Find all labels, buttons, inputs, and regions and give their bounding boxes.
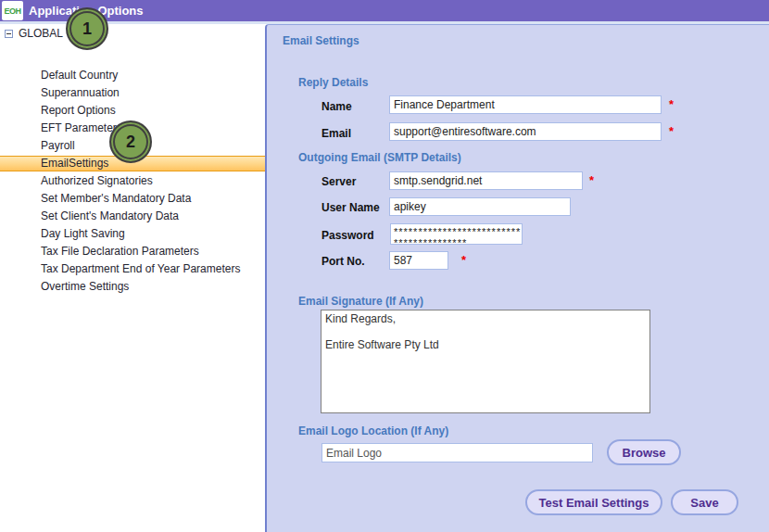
name-label: Name <box>321 100 352 113</box>
sidebar-item-report-options[interactable]: Report Options <box>0 102 265 120</box>
port-required-marker: * <box>461 253 466 267</box>
browse-button[interactable]: Browse <box>607 439 681 465</box>
tree-root-label[interactable]: GLOBAL <box>19 25 63 43</box>
email-logo-input[interactable] <box>321 443 593 462</box>
username-label: User Name <box>321 201 380 214</box>
sidebar-item-member-mandatory-data[interactable]: Set Member's Mandatory Data <box>0 190 265 208</box>
server-required-marker: * <box>589 173 594 187</box>
annotation-callout-2: 2 <box>109 120 152 163</box>
sidebar-item-tax-file-declaration[interactable]: Tax File Declaration Parameters <box>0 243 265 260</box>
sidebar-item-tax-dept-end-of-year[interactable]: Tax Department End of Year Parameters <box>0 260 265 278</box>
logo-location-header: Email Logo Location (If Any) <box>298 424 448 437</box>
port-label: Port No. <box>321 255 365 268</box>
sidebar-item-superannuation[interactable]: Superannuation <box>0 84 265 102</box>
test-email-settings-button[interactable]: Test Email Settings <box>525 489 662 515</box>
title-bar: EOH Application Options <box>0 0 769 21</box>
name-input[interactable] <box>389 95 662 114</box>
password-input[interactable]: ************************** *************… <box>390 223 523 245</box>
collapse-expander-icon[interactable] <box>5 30 13 38</box>
email-settings-panel: Email Settings Reply Details Name * Emai… <box>265 24 769 532</box>
tree-root-row[interactable]: GLOBAL <box>0 25 265 43</box>
sidebar-item-default-country[interactable]: Default Country <box>0 67 265 84</box>
server-label: Server <box>321 175 356 188</box>
port-input[interactable] <box>389 251 448 270</box>
sidebar-item-client-mandatory-data[interactable]: Set Client's Mandatory Data <box>0 208 265 225</box>
server-input[interactable] <box>389 171 583 190</box>
email-input[interactable] <box>389 122 662 141</box>
sidebar-item-day-light-saving[interactable]: Day Light Saving <box>0 225 265 243</box>
options-tree: GLOBAL Default Country Superannuation Re… <box>0 24 265 532</box>
password-masked-line1: ************************** <box>394 226 519 237</box>
panel-title: Email Settings <box>283 34 359 47</box>
email-required-marker: * <box>669 124 674 138</box>
sidebar-item-overtime-settings[interactable]: Overtime Settings <box>0 278 265 296</box>
app-logo-icon: EOH <box>2 1 23 20</box>
username-input[interactable] <box>389 197 571 216</box>
email-label: Email <box>321 127 351 140</box>
smtp-details-header: Outgoing Email (SMTP Details) <box>298 151 461 164</box>
reply-details-header: Reply Details <box>298 76 368 89</box>
signature-textarea[interactable]: Kind Regards, Entire Software Pty Ltd <box>321 310 650 413</box>
password-label: Password <box>321 229 374 242</box>
save-button[interactable]: Save <box>671 489 738 515</box>
annotation-callout-1: 1 <box>66 7 108 50</box>
signature-header: Email Signature (If Any) <box>298 295 423 308</box>
name-required-marker: * <box>669 97 674 111</box>
password-masked-line2: *************** <box>394 237 519 245</box>
sidebar-item-authorized-signatories[interactable]: Authorized Signatories <box>0 172 265 190</box>
